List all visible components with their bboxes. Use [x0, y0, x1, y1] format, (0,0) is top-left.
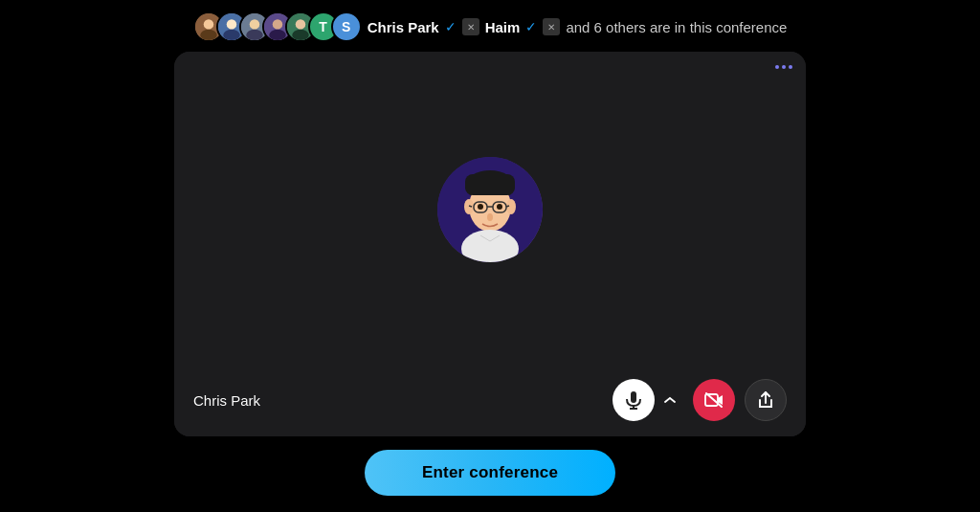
- others-text: and 6 others are in this conference: [566, 19, 787, 35]
- svg-point-27: [497, 204, 502, 210]
- svg-line-25: [506, 206, 509, 207]
- svg-point-8: [246, 30, 263, 41]
- enter-conference-button[interactable]: Enter conference: [365, 450, 615, 496]
- participant2-remove-btn[interactable]: ✕: [543, 18, 560, 35]
- controls-right: [612, 379, 787, 421]
- share-button[interactable]: [745, 379, 787, 421]
- svg-line-24: [469, 206, 472, 207]
- svg-point-1: [203, 19, 213, 30]
- svg-point-7: [249, 19, 259, 30]
- dot-1: [775, 65, 779, 69]
- controls-bar: Chris Park: [174, 367, 806, 436]
- share-icon: [757, 390, 774, 410]
- mic-icon: [625, 390, 642, 410]
- svg-point-4: [226, 19, 236, 30]
- conference-card: Chris Park: [174, 52, 806, 436]
- mic-chevron-button[interactable]: [657, 387, 683, 413]
- svg-point-28: [487, 213, 493, 221]
- svg-rect-33: [705, 394, 718, 406]
- dot-3: [789, 65, 792, 69]
- more-options-button[interactable]: [775, 65, 792, 69]
- svg-point-5: [223, 30, 240, 41]
- camera-button[interactable]: [693, 379, 735, 421]
- mic-group: [612, 379, 683, 421]
- svg-point-14: [292, 30, 309, 41]
- dot-2: [782, 65, 786, 69]
- svg-point-13: [295, 19, 305, 30]
- svg-point-26: [478, 204, 483, 210]
- participant2-verified-icon: ✓: [525, 19, 537, 34]
- participant2-name: Haim: [485, 19, 521, 35]
- video-user-label: Chris Park: [193, 392, 260, 409]
- video-area: [174, 52, 806, 367]
- svg-rect-20: [465, 174, 515, 195]
- svg-point-2: [200, 30, 217, 41]
- svg-rect-30: [631, 391, 636, 403]
- participant1-remove-btn[interactable]: ✕: [462, 18, 479, 35]
- participants-bar: T S Chris Park ✓ ✕ Haim ✓ ✕ and 6 others…: [193, 0, 788, 52]
- user-video-avatar: [437, 157, 543, 262]
- avatar-7: S: [331, 11, 362, 42]
- avatar-stack: T S: [193, 11, 362, 42]
- svg-point-11: [269, 30, 286, 41]
- chevron-up-icon: [664, 396, 676, 404]
- camera-off-icon: [704, 391, 724, 409]
- svg-point-18: [464, 199, 474, 214]
- mic-button[interactable]: [612, 379, 655, 421]
- participant1-verified-icon: ✓: [445, 19, 457, 34]
- participant1-name: Chris Park: [368, 19, 439, 35]
- svg-point-10: [272, 19, 282, 30]
- user-face-svg: [437, 157, 543, 262]
